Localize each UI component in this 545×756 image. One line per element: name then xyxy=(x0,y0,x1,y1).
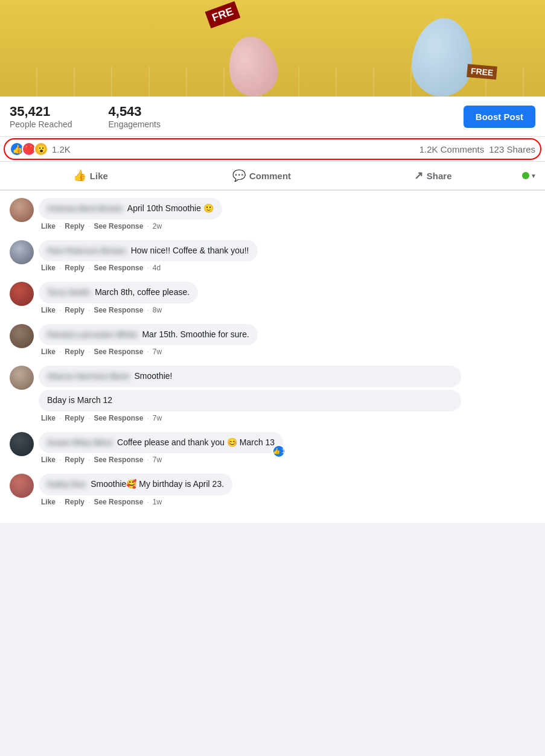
comment-bubble: Susan Riley West Coffee please and thank… xyxy=(39,432,283,454)
comment-text: March 8th, coffee please. xyxy=(95,287,190,297)
comment-text: Coffee please and thank you 😊 March 13 xyxy=(117,437,275,447)
engagements-number: 4,543 xyxy=(109,104,161,119)
like-button[interactable]: 👍 Like xyxy=(5,164,176,187)
share-label: Share xyxy=(427,171,452,181)
like-action[interactable]: Like xyxy=(41,222,56,230)
comment-bubble: Chelsea Best Brown April 10th Smoothie 🙂 xyxy=(39,198,222,220)
reply-action[interactable]: Reply xyxy=(65,306,84,314)
like-action[interactable]: Like xyxy=(41,348,56,356)
free-tag-left: FRE xyxy=(205,1,241,28)
comment-text: Mar 15th. Smoothie for sure. xyxy=(142,329,249,339)
like-action[interactable]: Like xyxy=(41,264,56,272)
like-icon: 👍 xyxy=(73,169,86,182)
comment-bubble-2: Bday is March 12 xyxy=(39,390,461,411)
comment-name: Pam Peterson Brown xyxy=(47,246,126,255)
comment-name: Sharon Harrison Beck xyxy=(47,372,130,381)
see-response-action[interactable]: See Response xyxy=(94,456,143,464)
comment-button[interactable]: 💬 Comment xyxy=(176,164,348,187)
comment-item: Susan Riley West Coffee please and thank… xyxy=(10,432,535,465)
reply-action[interactable]: Reply xyxy=(65,498,84,506)
engagements-stat: 4,543 Engagements xyxy=(109,104,161,129)
comment-name: Kathy Doe xyxy=(47,480,86,489)
comment-item: Pam Peterson Brown How nice!! Coffee & t… xyxy=(10,240,535,273)
chevron-down-icon: ▼ xyxy=(531,173,537,179)
comment-time: 1w xyxy=(153,498,162,506)
comment-label: Comment xyxy=(249,171,291,181)
comment-text: How nice!! Coffee & thank you!! xyxy=(131,246,249,255)
avatar xyxy=(10,432,34,456)
comment-content: Pamela Lancaster White Mar 15th. Smoothi… xyxy=(39,324,535,357)
comment-bubble: Pamela Lancaster White Mar 15th. Smoothi… xyxy=(39,324,258,346)
comment-content: Chelsea Best Brown April 10th Smoothie 🙂… xyxy=(39,198,535,230)
comment-actions: Like · Reply · See Response · 8w xyxy=(39,306,535,314)
comment-item: Sharon Harrison Beck Smoothie! Bday is M… xyxy=(10,366,535,422)
comment-actions: Like · Reply · See Response · 7w xyxy=(39,414,535,422)
like-action[interactable]: Like xyxy=(41,414,56,422)
like-action[interactable]: Like xyxy=(41,456,56,464)
like-label: Like xyxy=(90,171,108,181)
reply-action[interactable]: Reply xyxy=(65,348,84,356)
comment-time: 7w xyxy=(153,414,162,422)
reply-action[interactable]: Reply xyxy=(65,456,84,464)
see-response-action[interactable]: See Response xyxy=(94,414,143,422)
see-response-action[interactable]: See Response xyxy=(94,222,143,230)
comment-time: 8w xyxy=(153,306,162,314)
see-response-action[interactable]: See Response xyxy=(94,348,143,356)
reaction-count: 1.2K xyxy=(52,144,71,154)
comment-name: Pamela Lancaster White xyxy=(47,330,138,339)
comment-text: Smoothie🥰 My birthday is April 23. xyxy=(91,479,224,489)
wow-reaction-icon: 😮 xyxy=(34,142,48,156)
people-reached-number: 35,421 xyxy=(10,104,72,119)
comment-text-2: Bday is March 12 xyxy=(47,395,112,405)
share-button[interactable]: ↗ Share xyxy=(347,164,518,187)
comment-time: 7w xyxy=(153,348,162,356)
comment-actions: Like · Reply · See Response · 7w xyxy=(39,456,535,464)
avatar xyxy=(10,282,34,306)
like-action[interactable]: Like xyxy=(41,498,56,506)
green-dot-icon xyxy=(522,172,529,179)
comment-actions: Like · Reply · See Response · 1w xyxy=(39,498,535,506)
engagements-label: Engagements xyxy=(109,119,161,129)
reply-action[interactable]: Reply xyxy=(65,222,84,230)
reactions-right: 1.2K Comments 123 Shares xyxy=(419,144,535,154)
shares-count[interactable]: 123 Shares xyxy=(489,144,535,154)
comment-text: Smoothie! xyxy=(134,371,172,381)
comment-time: 7w xyxy=(153,456,162,464)
see-response-action[interactable]: See Response xyxy=(94,264,143,272)
boost-post-button[interactable]: Boost Post xyxy=(464,106,535,128)
people-reached-label: People Reached xyxy=(10,119,72,129)
comment-content: Susan Riley West Coffee please and thank… xyxy=(39,432,535,465)
comment-name: Chelsea Best Brown xyxy=(47,204,123,213)
comment-name: Susan Riley West xyxy=(47,438,112,447)
comment-item: Kathy Doe Smoothie🥰 My birthday is April… xyxy=(10,474,535,506)
action-row: 👍 Like 💬 Comment ↗ Share ▼ xyxy=(0,162,545,190)
hero-image: FRE FREE xyxy=(0,0,545,97)
comment-actions: Like · Reply · See Response · 2w xyxy=(39,222,535,230)
people-reached-stat: 35,421 People Reached xyxy=(10,104,72,129)
comment-item: Terry Smith March 8th, coffee please. Li… xyxy=(10,282,535,314)
comment-time: 4d xyxy=(153,264,161,272)
comment-name: Terry Smith xyxy=(47,288,90,297)
share-icon: ↗ xyxy=(414,169,423,182)
avatar xyxy=(10,198,34,222)
comment-content: Kathy Doe Smoothie🥰 My birthday is April… xyxy=(39,474,535,506)
more-options-button[interactable]: ▼ xyxy=(518,165,540,186)
comment-bubble: Kathy Doe Smoothie🥰 My birthday is April… xyxy=(39,474,232,495)
see-response-action[interactable]: See Response xyxy=(94,498,143,506)
comment-text: April 10th Smoothie 🙂 xyxy=(127,203,214,213)
free-tag-right: FREE xyxy=(467,64,497,80)
comment-actions: Like · Reply · See Response · 7w xyxy=(39,348,535,356)
stats-row: 35,421 People Reached 4,543 Engagements … xyxy=(0,97,545,137)
comment-content: Pam Peterson Brown How nice!! Coffee & t… xyxy=(39,240,535,273)
reactions-row: 👍 ❤️ 😮 1.2K 1.2K Comments 123 Shares xyxy=(0,137,545,162)
like-badge-icon: 👍 xyxy=(273,447,280,456)
comments-count[interactable]: 1.2K Comments xyxy=(419,144,485,154)
reply-action[interactable]: Reply xyxy=(65,414,84,422)
see-response-action[interactable]: See Response xyxy=(94,306,143,314)
comment-icon: 💬 xyxy=(232,169,246,182)
comment-item: Pamela Lancaster White Mar 15th. Smoothi… xyxy=(10,324,535,357)
reply-action[interactable]: Reply xyxy=(65,264,84,272)
reaction-icons: 👍 ❤️ 😮 xyxy=(10,142,46,156)
like-action[interactable]: Like xyxy=(41,306,56,314)
comment-bubble: Pam Peterson Brown How nice!! Coffee & t… xyxy=(39,240,258,262)
